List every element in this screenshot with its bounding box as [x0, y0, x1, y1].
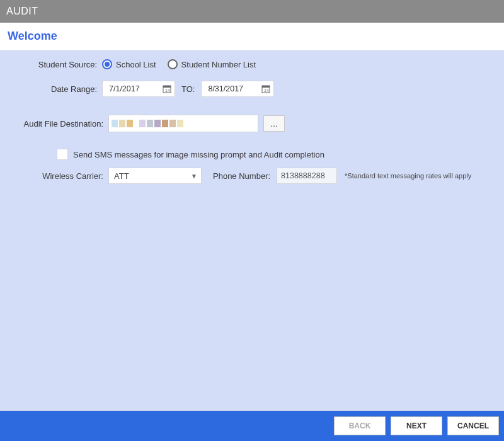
phone-number-input[interactable]: 8138888288 — [277, 168, 337, 184]
radio-unchecked-icon — [168, 59, 178, 69]
radio-student-number-list-label: Student Number List — [181, 60, 256, 69]
calendar-icon[interactable]: 14 — [162, 84, 172, 94]
student-source-radio-group: School List Student Number List — [102, 59, 256, 69]
wizard-footer: BACK NEXT CANCEL — [0, 411, 504, 441]
phone-number-value: 8138888288 — [281, 171, 325, 180]
carrier-label: Wireless Carrier: — [8, 171, 108, 181]
svg-text:14: 14 — [264, 88, 269, 93]
window-title: AUDIT — [6, 6, 38, 17]
svg-rect-4 — [262, 86, 270, 88]
window-titlebar: AUDIT — [0, 0, 504, 23]
cancel-button-label: CANCEL — [457, 421, 489, 430]
carrier-dropdown[interactable]: ATT ▼ — [108, 168, 202, 184]
student-source-row: Student Source: School List Student Numb… — [8, 59, 496, 69]
carrier-row: Wireless Carrier: ATT ▼ Phone Number: 81… — [8, 168, 496, 184]
back-button: BACK — [334, 416, 386, 435]
date-to-field[interactable]: 14 — [201, 81, 274, 97]
browse-button-label: ... — [271, 119, 278, 129]
carrier-value: ATT — [114, 171, 129, 181]
back-button-label: BACK — [349, 421, 371, 430]
date-from-field[interactable]: 14 — [102, 81, 175, 97]
chevron-down-icon: ▼ — [191, 173, 197, 180]
next-button-label: NEXT — [406, 421, 427, 430]
destination-input[interactable] — [108, 115, 258, 132]
radio-school-list-label: School List — [116, 60, 156, 69]
sms-disclaimer: *Standard text messaging rates will appl… — [345, 172, 471, 180]
date-to-input[interactable] — [207, 84, 261, 94]
next-button[interactable]: NEXT — [391, 416, 442, 435]
student-source-label: Student Source: — [8, 60, 102, 69]
destination-label: Audit File Destination: — [8, 119, 108, 129]
sms-checkbox-row: Send SMS messages for image missing prom… — [8, 149, 496, 160]
date-to-label: TO: — [181, 84, 195, 94]
calendar-icon[interactable]: 14 — [261, 84, 271, 94]
page-title: Welcome — [8, 30, 57, 43]
destination-row: Audit File Destination: ... — [8, 115, 496, 132]
radio-school-list[interactable]: School List — [102, 59, 156, 69]
date-from-input[interactable] — [108, 84, 162, 94]
svg-rect-1 — [163, 86, 171, 88]
browse-button[interactable]: ... — [263, 115, 285, 132]
form-content: Student Source: School List Student Numb… — [0, 50, 504, 411]
date-range-row: Date Range: 14 TO: 14 — [8, 81, 496, 97]
radio-student-number-list[interactable]: Student Number List — [168, 59, 256, 69]
date-range-label: Date Range: — [8, 84, 102, 94]
radio-checked-icon — [102, 59, 112, 69]
send-sms-checkbox[interactable] — [57, 149, 68, 160]
send-sms-label: Send SMS messages for image missing prom… — [73, 150, 324, 159]
phone-number-label: Phone Number: — [213, 171, 270, 181]
page-header: Welcome — [0, 23, 504, 50]
cancel-button[interactable]: CANCEL — [447, 416, 499, 435]
svg-text:14: 14 — [165, 88, 170, 93]
